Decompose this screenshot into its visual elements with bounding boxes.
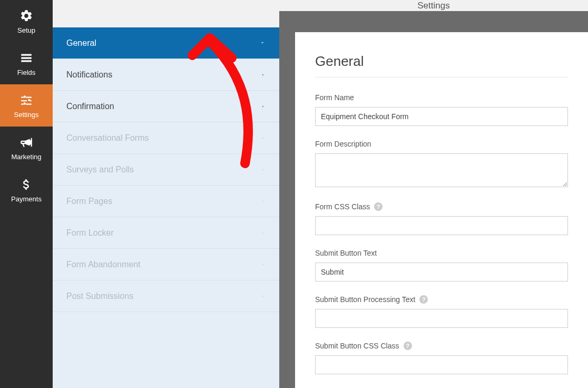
settings-item-general[interactable]: General bbox=[53, 27, 279, 59]
nav-item-setup[interactable]: Setup bbox=[0, 0, 53, 42]
settings-item-form-locker[interactable]: Form Locker bbox=[53, 217, 279, 249]
nav-item-settings[interactable]: Settings bbox=[0, 84, 53, 127]
submit-button-processing-text-input[interactable] bbox=[315, 309, 568, 328]
sliders-icon bbox=[19, 93, 34, 108]
list-icon bbox=[19, 51, 34, 65]
chevron-right-icon bbox=[260, 134, 266, 142]
form-css-class-label: Form CSS Class bbox=[315, 202, 370, 211]
help-icon[interactable]: ? bbox=[374, 202, 383, 211]
chevron-right-icon bbox=[260, 197, 266, 206]
nav-item-marketing[interactable]: Marketing bbox=[0, 127, 53, 169]
submit-button-text-label: Submit Button Text bbox=[315, 249, 568, 257]
form-description-label: Form Description bbox=[315, 140, 568, 148]
nav-label: Setup bbox=[17, 26, 35, 34]
help-icon[interactable]: ? bbox=[404, 342, 412, 350]
form-description-input[interactable] bbox=[315, 153, 568, 187]
nav-label: Fields bbox=[17, 69, 36, 76]
settings-item-label: General bbox=[66, 38, 96, 48]
help-icon[interactable]: ? bbox=[419, 295, 428, 304]
settings-item-confirmation[interactable]: Confirmation bbox=[53, 91, 279, 122]
form-name-input[interactable] bbox=[315, 107, 568, 126]
settings-sidebar: General Notifications Confirmation Conve… bbox=[53, 0, 279, 388]
chevron-right-icon bbox=[260, 292, 266, 300]
settings-item-label: Form Locker bbox=[66, 228, 114, 238]
settings-sidebar-header bbox=[53, 0, 279, 27]
settings-item-notifications[interactable]: Notifications bbox=[53, 59, 279, 91]
settings-item-form-pages[interactable]: Form Pages bbox=[53, 186, 279, 217]
settings-item-surveys-polls[interactable]: Surveys and Polls bbox=[53, 154, 279, 186]
settings-item-label: Confirmation bbox=[66, 102, 114, 111]
chevron-right-icon bbox=[260, 260, 266, 269]
nav-sidebar: Setup Fields Settings Marketing Payments bbox=[0, 0, 53, 388]
chevron-right-icon bbox=[260, 102, 266, 111]
submit-button-css-class-label: Submit Button CSS Class bbox=[315, 342, 399, 350]
settings-item-label: Surveys and Polls bbox=[66, 165, 134, 174]
content-area: Settings General Form Name Form Descript… bbox=[279, 0, 588, 388]
submit-button-processing-text-label: Submit Button Processing Text bbox=[315, 295, 415, 304]
nav-label: Settings bbox=[14, 111, 39, 119]
settings-item-label: Post Submissions bbox=[66, 292, 133, 301]
settings-item-conversational-forms[interactable]: Conversational Forms bbox=[53, 122, 279, 154]
form-css-class-input[interactable] bbox=[315, 216, 568, 235]
nav-label: Payments bbox=[11, 195, 42, 203]
settings-item-label: Form Pages bbox=[66, 197, 112, 206]
chevron-right-icon bbox=[260, 166, 266, 174]
settings-item-label: Notifications bbox=[66, 70, 112, 80]
settings-panel: General Form Name Form Description Form … bbox=[295, 32, 588, 388]
chevron-down-icon bbox=[259, 39, 266, 47]
form-name-label: Form Name bbox=[315, 93, 568, 102]
page-title: Settings bbox=[279, 0, 588, 11]
settings-item-form-abandonment[interactable]: Form Abandonment bbox=[53, 249, 279, 280]
nav-item-fields[interactable]: Fields bbox=[0, 42, 53, 84]
submit-button-css-class-input[interactable] bbox=[315, 355, 568, 374]
settings-item-label: Form Abandonment bbox=[66, 260, 141, 269]
settings-item-post-submissions[interactable]: Post Submissions bbox=[53, 280, 279, 312]
settings-item-label: Conversational Forms bbox=[66, 133, 149, 143]
dollar-icon bbox=[19, 177, 34, 192]
nav-label: Marketing bbox=[11, 153, 41, 161]
submit-button-text-input[interactable] bbox=[315, 263, 568, 282]
chevron-right-icon bbox=[260, 229, 266, 237]
nav-item-payments[interactable]: Payments bbox=[0, 169, 53, 211]
gear-icon bbox=[19, 8, 34, 23]
panel-title: General bbox=[315, 53, 568, 77]
chevron-right-icon bbox=[260, 71, 266, 79]
bullhorn-icon bbox=[19, 135, 34, 150]
